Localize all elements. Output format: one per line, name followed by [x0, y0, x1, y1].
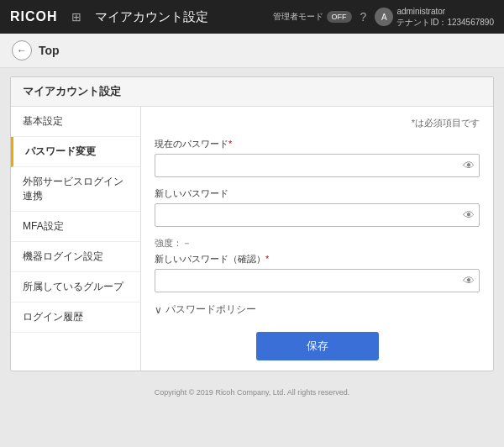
breadcrumb-top: Top	[39, 44, 60, 57]
grid-icon[interactable]: ⊞	[71, 10, 81, 24]
new-password-group: 新しいパスワード 👁	[155, 187, 480, 227]
back-button[interactable]: ←	[12, 40, 32, 60]
required-mark: *	[228, 139, 232, 149]
avatar: A	[375, 8, 393, 26]
admin-mode-badge: 管理者モード OFF	[273, 11, 352, 23]
ricoh-logo: RICOH	[10, 9, 58, 24]
new-password-label: 新しいパスワード	[155, 187, 480, 200]
save-section: 保存	[155, 332, 480, 360]
new-password-input[interactable]	[155, 203, 480, 227]
confirm-password-input[interactable]	[155, 269, 480, 292]
sidebar-item-login-history[interactable]: ログイン履歴	[11, 302, 140, 333]
sidebar-item-device[interactable]: 機器ログイン設定	[11, 242, 140, 272]
card-body: 基本設定 パスワード変更 外部サービスログイン連携 MFA設定 機器ログイン設定…	[11, 107, 493, 371]
eye-icon-confirm[interactable]: 👁	[463, 274, 475, 287]
header: RICOH ⊞ マイアカウント設定 管理者モード OFF ? A adminis…	[0, 0, 504, 34]
save-button[interactable]: 保存	[256, 332, 379, 360]
current-password-wrapper: 👁	[155, 154, 480, 177]
current-password-label: 現在のパスワード*	[155, 138, 480, 150]
policy-chevron-icon: ∨	[155, 304, 162, 316]
confirm-password-label: 新しいパスワード（確認）*	[155, 253, 480, 266]
new-password-wrapper: 👁	[155, 203, 480, 227]
user-details: administrator テナントID：1234567890	[396, 6, 494, 28]
sidebar: 基本設定 パスワード変更 外部サービスログイン連携 MFA設定 機器ログイン設定…	[11, 107, 141, 371]
help-icon[interactable]: ?	[360, 10, 367, 24]
card: マイアカウント設定 基本設定 パスワード変更 外部サービスログイン連携 MFA設…	[10, 76, 494, 371]
required-note: *は必須項目です	[155, 117, 480, 129]
policy-section: ∨ パスワードポリシー	[155, 302, 480, 317]
eye-icon-new[interactable]: 👁	[463, 208, 475, 222]
card-header: マイアカウント設定	[11, 77, 493, 107]
policy-label: パスワードポリシー	[165, 302, 256, 317]
footer: Copyright © 2019 Ricoh Company, Ltd. All…	[0, 380, 504, 405]
sidebar-item-password[interactable]: パスワード変更	[11, 137, 140, 167]
tenant-id: テナントID：1234567890	[396, 17, 494, 28]
eye-icon-current[interactable]: 👁	[463, 159, 475, 172]
confirm-password-group: 新しいパスワード（確認）* 👁	[155, 253, 480, 292]
sidebar-item-group[interactable]: 所属しているグループ	[11, 272, 140, 302]
breadcrumb: ← Top	[0, 34, 504, 68]
required-mark-confirm: *	[265, 254, 269, 264]
confirm-password-wrapper: 👁	[155, 269, 480, 292]
policy-toggle[interactable]: ∨ パスワードポリシー	[155, 302, 480, 317]
sidebar-item-mfa[interactable]: MFA設定	[11, 212, 140, 242]
admin-mode-toggle[interactable]: OFF	[327, 11, 352, 23]
content-area: *は必須項目です 現在のパスワード* 👁 新しいパスワード	[141, 107, 493, 371]
current-password-group: 現在のパスワード* 👁	[155, 138, 480, 177]
admin-mode-label: 管理者モード	[273, 11, 323, 23]
sidebar-item-basic[interactable]: 基本設定	[11, 107, 140, 137]
main-container: マイアカウント設定 基本設定 パスワード変更 外部サービスログイン連携 MFA設…	[0, 68, 504, 380]
sidebar-item-external[interactable]: 外部サービスログイン連携	[11, 167, 140, 212]
user-name: administrator	[396, 6, 494, 17]
page-title: マイアカウント設定	[95, 9, 265, 25]
header-right: 管理者モード OFF ? A administrator テナントID：1234…	[273, 6, 494, 28]
user-info: A administrator テナントID：1234567890	[375, 6, 494, 28]
strength-label: 強度：－	[155, 237, 480, 250]
current-password-input[interactable]	[155, 154, 480, 177]
